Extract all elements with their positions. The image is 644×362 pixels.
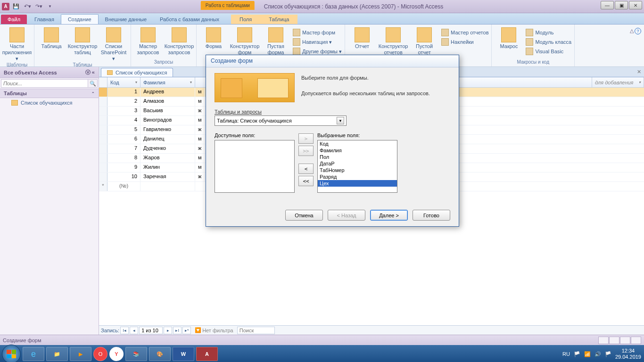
filter-icon[interactable]: 🔽 (195, 327, 201, 333)
select-all-cell[interactable] (99, 77, 107, 87)
ribbon-button[interactable]: Части приложения ▾ (3, 27, 31, 62)
row-selector[interactable] (99, 144, 107, 153)
search-icon[interactable]: 🔍 (88, 79, 98, 88)
nav-header[interactable]: Все объекты Access ⓥ « (0, 67, 99, 78)
tray-volume-icon[interactable]: 🔊 (594, 351, 601, 357)
ribbon-button[interactable]: Пустой отчет (410, 27, 438, 56)
taskbar-opera[interactable]: O (93, 347, 107, 361)
ribbon-minimize-icon[interactable]: △ (630, 28, 634, 34)
add-all-button[interactable]: >> (298, 146, 314, 156)
cell-surname[interactable]: Алмазов (140, 97, 195, 106)
list-item[interactable]: Фамилия (318, 147, 397, 154)
cell-rest[interactable]: ж (195, 144, 205, 153)
tray-flag-icon[interactable]: 🏳️ (574, 351, 580, 357)
ribbon-button[interactable]: Отчет (348, 27, 376, 49)
row-selector[interactable] (99, 163, 107, 172)
add-one-button[interactable]: > (298, 133, 314, 144)
cell-rest[interactable]: ж (195, 107, 205, 115)
cell-surname[interactable]: Гавриленко (140, 125, 195, 134)
tray-clock[interactable]: 12:3429.04.2019 (615, 348, 641, 360)
maximize-button[interactable]: ▣ (615, 1, 628, 9)
recnav-new[interactable]: ▸* (182, 327, 191, 334)
ribbon-small-button[interactable]: Visual Basic (526, 47, 571, 56)
ribbon-button[interactable]: Таблица (37, 27, 66, 49)
cell-code[interactable]: (№) (107, 182, 140, 191)
cell-surname[interactable]: Жаров (140, 154, 195, 163)
recnav-next[interactable]: ▸ (164, 327, 172, 334)
ribbon-small-button[interactable]: Модуль (526, 28, 571, 37)
cell-surname[interactable]: Андреев (140, 88, 195, 97)
cell-surname[interactable]: Виноградов (140, 116, 195, 125)
cell-code[interactable]: 2 (107, 97, 140, 106)
tray-network-icon[interactable]: 📶 (584, 351, 591, 357)
dropdown-icon[interactable]: ▼ (337, 117, 344, 124)
cell-surname[interactable]: Васькив (140, 107, 195, 115)
row-selector[interactable] (99, 173, 107, 181)
row-selector[interactable] (99, 125, 107, 134)
view-design[interactable] (609, 337, 619, 344)
taskbar-ie[interactable]: e (23, 347, 44, 361)
ribbon-button[interactable]: Мастер запросов (134, 27, 162, 56)
ribbon-button[interactable]: Пустая форма (262, 27, 290, 56)
column-header-surname[interactable]: Фамилия▾ (140, 77, 195, 87)
cell-code[interactable]: 4 (107, 116, 140, 125)
list-item[interactable]: ТабНомер (318, 167, 397, 173)
tray-lang[interactable]: RU (562, 351, 570, 357)
selected-fields-list[interactable]: КодФамилияПолДатаРТабНомерРазрядЦех (317, 140, 397, 193)
back-button[interactable]: < Назад (328, 210, 365, 221)
ribbon-small-button[interactable]: Наклейки (441, 38, 488, 46)
ribbon-button[interactable]: Форма (199, 27, 228, 49)
list-item[interactable]: Разряд (318, 173, 397, 180)
tab-external[interactable]: Внешние данные (99, 15, 153, 24)
tab-dbtools[interactable]: Работа с базами данных (153, 15, 226, 24)
recnav-first[interactable]: I◂ (120, 327, 129, 334)
list-item[interactable]: Пол (318, 154, 397, 160)
redo-icon[interactable]: ↷▾ (34, 2, 43, 11)
minimize-button[interactable]: — (601, 1, 614, 9)
cell-code[interactable]: 6 (107, 135, 140, 144)
add-column[interactable]: для добавления ▾ (592, 77, 644, 87)
row-selector[interactable] (99, 88, 107, 97)
tray-action-icon[interactable]: 🏳️ (605, 351, 611, 357)
ribbon-button[interactable]: Списки SharePoint ▾ (99, 27, 128, 62)
remove-all-button[interactable]: << (298, 176, 314, 186)
start-button[interactable] (2, 345, 21, 362)
list-item[interactable]: Код (318, 140, 397, 147)
tab-create[interactable]: Создание (61, 14, 99, 24)
ribbon-button[interactable]: Конструктор форм (231, 27, 259, 56)
view-sql[interactable] (620, 337, 630, 344)
list-item[interactable]: Цех (318, 180, 397, 187)
app-icon[interactable]: A (2, 3, 9, 10)
row-selector[interactable]: * (99, 182, 107, 191)
help-icon[interactable]: ? (635, 28, 641, 34)
document-close-icon[interactable]: ✕ (637, 69, 641, 75)
document-tab[interactable]: Список обучающихся (101, 68, 173, 77)
finish-button[interactable]: Готово (413, 210, 450, 221)
recnav-last[interactable]: ▸I (173, 327, 182, 334)
taskbar-paint[interactable]: 🎨 (149, 347, 171, 361)
row-selector[interactable] (99, 107, 107, 115)
taskbar-winrar[interactable]: 📚 (125, 347, 147, 361)
row-selector[interactable] (99, 116, 107, 125)
taskbar-media[interactable]: ▶ (70, 347, 91, 361)
cell-rest[interactable]: ж (195, 173, 205, 181)
remove-one-button[interactable]: < (298, 164, 314, 174)
undo-icon[interactable]: ↶▾ (23, 2, 32, 11)
cell-code[interactable]: 5 (107, 125, 140, 134)
ribbon-button[interactable]: Макрос (495, 27, 523, 49)
cell-code[interactable]: 7 (107, 144, 140, 153)
cell-code[interactable]: 1 (107, 88, 140, 97)
recnav-search[interactable] (237, 327, 275, 334)
available-fields-list[interactable] (215, 140, 295, 193)
cell-rest[interactable]: м (195, 116, 205, 125)
cell-rest[interactable]: м (195, 97, 205, 106)
recnav-position[interactable] (139, 327, 163, 334)
tables-queries-combo[interactable]: Таблица: Список обучающихся ▼ (215, 115, 347, 126)
taskbar-access[interactable]: A (196, 347, 218, 361)
nav-item-table[interactable]: Список обучающихся (0, 98, 99, 107)
cell-surname[interactable]: Заречная (140, 173, 195, 181)
cancel-button[interactable]: Отмена (285, 210, 323, 221)
nav-collapse-icon[interactable]: ⓥ « (85, 69, 95, 76)
tab-fields[interactable]: Поля (231, 15, 260, 24)
tab-home[interactable]: Главная (28, 15, 61, 24)
